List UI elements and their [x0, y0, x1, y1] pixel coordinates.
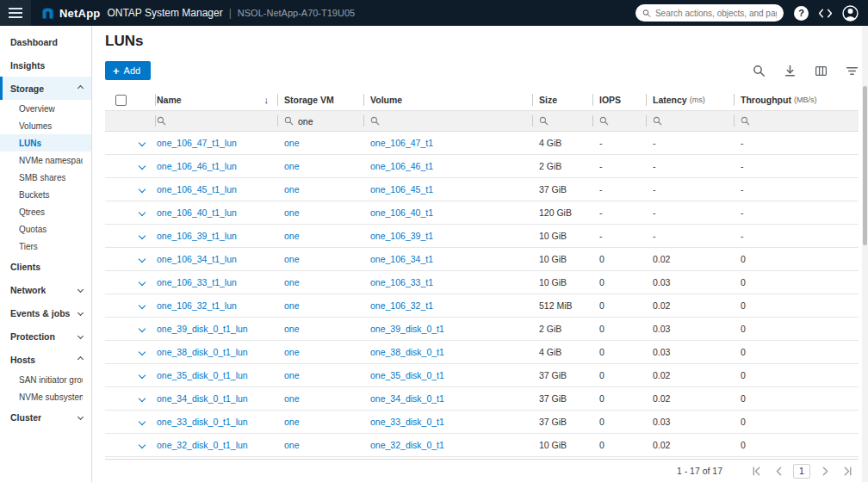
storage-vm-link[interactable]: one	[284, 393, 300, 404]
volume-link[interactable]: one_35_disk_0_t1	[370, 370, 444, 380]
sidebar-item-quotas[interactable]: Quotas	[0, 220, 91, 238]
row-expand-cell[interactable]	[129, 248, 155, 270]
expand-row-icon[interactable]	[139, 302, 146, 309]
table-row[interactable]: one_106_34_t1_lun one one_106_34_t1 10 G…	[105, 248, 859, 271]
sidebar-item-hosts[interactable]: Hosts	[0, 348, 91, 371]
sidebar-item-protection[interactable]: Protection	[0, 324, 91, 348]
sidebar-item-san-initiator-groups[interactable]: SAN initiator groups	[0, 371, 91, 388]
storage-vm-link[interactable]: one	[284, 324, 300, 334]
storage-vm-filter[interactable]: one	[277, 111, 363, 131]
table-row[interactable]: one_35_disk_0_t1_lun one one_35_disk_0_t…	[105, 364, 859, 387]
expand-row-icon[interactable]	[139, 279, 146, 286]
volume-link[interactable]: one_39_disk_0_t1	[370, 324, 444, 334]
add-button[interactable]: + Add	[105, 61, 151, 80]
column-header-name[interactable]: Name ↓	[155, 90, 277, 110]
expand-row-icon[interactable]	[139, 139, 146, 146]
storage-vm-link[interactable]: one	[284, 231, 300, 241]
volume-link[interactable]: one_106_47_t1	[370, 138, 433, 148]
row-expand-cell[interactable]	[129, 155, 155, 177]
storage-vm-link[interactable]: one	[284, 440, 300, 450]
lun-name-link[interactable]: one_32_disk_0_t1_lun	[157, 440, 248, 450]
sidebar-item-volumes[interactable]: Volumes	[0, 117, 91, 134]
lun-name-link[interactable]: one_106_45_t1_lun	[157, 184, 237, 195]
previous-page-button[interactable]	[771, 463, 786, 479]
storage-vm-link[interactable]: one	[284, 207, 300, 218]
volume-link[interactable]: one_106_45_t1	[370, 184, 433, 195]
storage-vm-link[interactable]: one	[284, 254, 300, 264]
column-header-throughput[interactable]: Throughput (MB/s)	[734, 90, 859, 110]
size-filter[interactable]	[532, 111, 592, 131]
sidebar-item-dashboard[interactable]: Dashboard	[0, 30, 91, 53]
global-search[interactable]	[636, 4, 784, 22]
sidebar-item-events-jobs[interactable]: Events & jobs	[0, 301, 91, 324]
storage-vm-link[interactable]: one	[284, 161, 300, 171]
table-row[interactable]: one_38_disk_0_t1_lun one one_38_disk_0_t…	[105, 341, 859, 364]
column-header-volume[interactable]: Volume	[363, 90, 532, 110]
expand-row-icon[interactable]	[139, 256, 146, 263]
select-all-checkbox[interactable]	[115, 95, 127, 106]
table-row[interactable]: one_106_47_t1_lun one one_106_47_t1 4 Gi…	[105, 132, 859, 155]
storage-vm-link[interactable]: one	[284, 417, 300, 427]
volume-link[interactable]: one_33_disk_0_t1	[370, 417, 444, 427]
volume-link[interactable]: one_106_39_t1	[370, 231, 433, 241]
account-button[interactable]	[842, 5, 859, 22]
volume-link[interactable]: one_106_46_t1	[370, 161, 433, 171]
expand-row-icon[interactable]	[139, 186, 146, 193]
row-expand-cell[interactable]	[129, 434, 155, 456]
expand-row-icon[interactable]	[139, 163, 146, 170]
row-expand-cell[interactable]	[129, 387, 155, 410]
row-expand-cell[interactable]	[129, 364, 155, 386]
column-header-storage-vm[interactable]: Storage VM	[277, 90, 363, 110]
expand-row-icon[interactable]	[139, 209, 146, 216]
lun-name-link[interactable]: one_106_39_t1_lun	[157, 231, 237, 241]
help-button[interactable]: ?	[794, 6, 809, 21]
last-page-button[interactable]	[840, 463, 855, 479]
sort-desc-icon[interactable]: ↓	[264, 95, 270, 105]
volume-link[interactable]: one_32_disk_0_t1	[370, 440, 444, 450]
menu-icon[interactable]	[0, 0, 31, 26]
sidebar-item-overview[interactable]: Overview	[0, 100, 91, 117]
storage-vm-link[interactable]: one	[284, 300, 300, 311]
table-row[interactable]: one_32_disk_0_t1_lun one one_32_disk_0_t…	[105, 434, 859, 457]
throughput-filter[interactable]	[734, 111, 859, 131]
lun-name-link[interactable]: one_106_46_t1_lun	[157, 161, 237, 171]
lun-name-link[interactable]: one_34_disk_0_t1_lun	[157, 393, 248, 404]
row-expand-cell[interactable]	[129, 318, 155, 340]
storage-vm-link[interactable]: one	[284, 184, 300, 195]
current-page-input[interactable]: 1	[793, 464, 810, 479]
row-expand-cell[interactable]	[129, 411, 155, 433]
table-row[interactable]: one_106_39_t1_lun one one_106_39_t1 10 G…	[105, 225, 859, 248]
storage-vm-link[interactable]: one	[284, 370, 300, 380]
row-expand-cell[interactable]	[129, 341, 155, 363]
scrollbar-thumb[interactable]	[863, 86, 867, 245]
sidebar-item-clients[interactable]: Clients	[0, 255, 91, 278]
storage-vm-link[interactable]: one	[284, 347, 300, 357]
row-expand-cell[interactable]	[129, 294, 155, 317]
storage-vm-link[interactable]: one	[284, 138, 300, 148]
iops-filter[interactable]	[592, 111, 646, 131]
row-expand-cell[interactable]	[129, 132, 155, 154]
lun-name-link[interactable]: one_39_disk_0_t1_lun	[157, 324, 248, 334]
expand-row-icon[interactable]	[139, 372, 146, 379]
volume-link[interactable]: one_106_32_t1	[370, 300, 433, 311]
volume-link[interactable]: one_106_40_t1	[370, 207, 433, 218]
vertical-scrollbar[interactable]	[862, 26, 868, 482]
filter-icon[interactable]	[846, 65, 859, 77]
expand-row-icon[interactable]	[139, 349, 146, 355]
lun-name-link[interactable]: one_35_disk_0_t1_lun	[157, 370, 248, 380]
volume-link[interactable]: one_106_34_t1	[370, 254, 433, 264]
table-row[interactable]: one_106_45_t1_lun one one_106_45_t1 37 G…	[105, 178, 859, 201]
volume-link[interactable]: one_106_33_t1	[370, 277, 433, 287]
download-icon[interactable]	[784, 65, 797, 77]
table-row[interactable]: one_39_disk_0_t1_lun one one_39_disk_0_t…	[105, 318, 859, 341]
column-header-latency[interactable]: Latency (ms)	[646, 90, 734, 110]
expand-row-icon[interactable]	[139, 232, 146, 239]
row-expand-cell[interactable]	[129, 225, 155, 247]
table-row[interactable]: one_106_32_t1_lun one one_106_32_t1 512 …	[105, 294, 859, 318]
row-expand-cell[interactable]	[129, 201, 155, 224]
volume-filter[interactable]	[363, 111, 532, 131]
expand-row-icon[interactable]	[139, 325, 146, 332]
expand-row-icon[interactable]	[139, 442, 146, 448]
sidebar-item-storage[interactable]: Storage	[0, 77, 91, 100]
sidebar-item-buckets[interactable]: Buckets	[0, 186, 91, 203]
